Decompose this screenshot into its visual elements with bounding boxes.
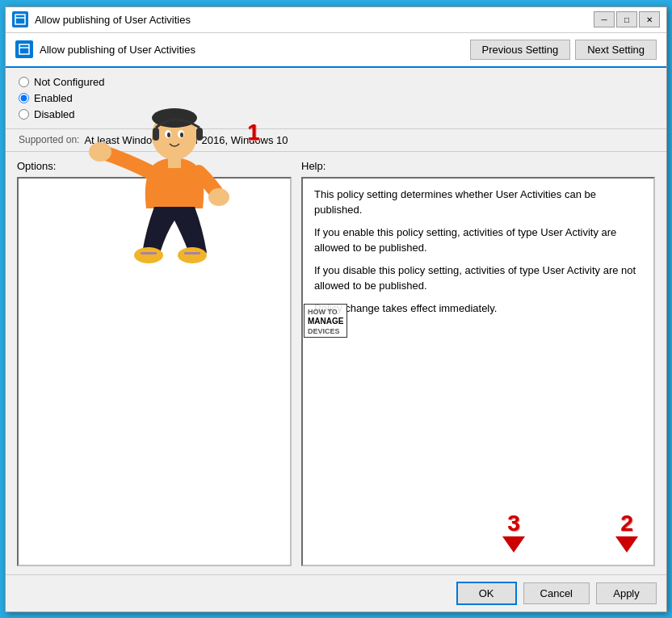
dialog-window: Allow publishing of User Activities ─ □ … [5, 6, 667, 612]
header-title: Allow publishing of User Activities [40, 44, 195, 56]
radio-enabled[interactable]: Enabled [19, 92, 653, 104]
previous-setting-button[interactable]: Previous Setting [470, 40, 571, 60]
help-panel: Help: This policy setting determines whe… [301, 160, 655, 566]
header-left: Allow publishing of User Activities [15, 40, 195, 58]
options-box [17, 177, 292, 566]
help-para-2: If you enable this policy setting, activ… [314, 225, 642, 256]
radio-not-configured[interactable]: Not Configured [19, 76, 653, 88]
supported-value: At least Windows Server 2016, Windows 10 [84, 134, 288, 146]
maximize-button[interactable]: □ [616, 11, 637, 27]
dialog-title: Allow publishing of User Activities [35, 14, 594, 26]
close-button[interactable]: ✕ [639, 11, 660, 27]
title-bar: Allow publishing of User Activities ─ □ … [6, 7, 666, 33]
next-setting-button[interactable]: Next Setting [575, 40, 657, 60]
supported-section: Supported on: At least Windows Server 20… [6, 129, 666, 152]
radio-group: Not Configured Enabled Disabled [19, 76, 653, 120]
help-label: Help: [301, 160, 655, 172]
disabled-radio[interactable] [19, 109, 29, 120]
content-section: Options: Help: This policy setting deter… [6, 152, 666, 574]
help-para-4: Policy change takes effect immediately. [314, 301, 642, 317]
window-controls: ─ □ ✕ [594, 11, 660, 27]
app-icon [12, 11, 28, 27]
radio-section: Not Configured Enabled Disabled [6, 68, 666, 129]
supported-label: Supported on: [19, 134, 79, 145]
apply-button[interactable]: Apply [596, 582, 657, 604]
cancel-button[interactable]: Cancel [523, 582, 590, 604]
header-buttons: Previous Setting Next Setting [470, 40, 657, 60]
dialog-header: Allow publishing of User Activities Prev… [6, 33, 666, 68]
disabled-label: Disabled [34, 108, 75, 120]
enabled-label: Enabled [34, 92, 73, 104]
radio-disabled[interactable]: Disabled [19, 108, 653, 120]
dialog-footer: 3 2 OK Cancel Apply [6, 574, 666, 612]
dialog-body: Not Configured Enabled Disabled Supporte… [6, 68, 666, 574]
not-configured-label: Not Configured [34, 76, 104, 88]
help-para-1: This policy setting determines whether U… [314, 187, 642, 218]
main-dialog: Allow publishing of User Activities ─ □ … [5, 6, 667, 612]
header-icon [15, 40, 33, 58]
options-label: Options: [17, 160, 292, 172]
options-panel: Options: [17, 160, 292, 566]
minimize-button[interactable]: ─ [594, 11, 615, 27]
enabled-radio[interactable] [19, 93, 29, 103]
not-configured-radio[interactable] [19, 77, 29, 87]
svg-rect-2 [19, 44, 29, 54]
help-para-3: If you disable this policy setting, acti… [314, 263, 642, 294]
ok-button[interactable]: OK [456, 582, 517, 605]
help-box[interactable]: This policy setting determines whether U… [301, 177, 655, 566]
svg-rect-0 [15, 15, 25, 24]
